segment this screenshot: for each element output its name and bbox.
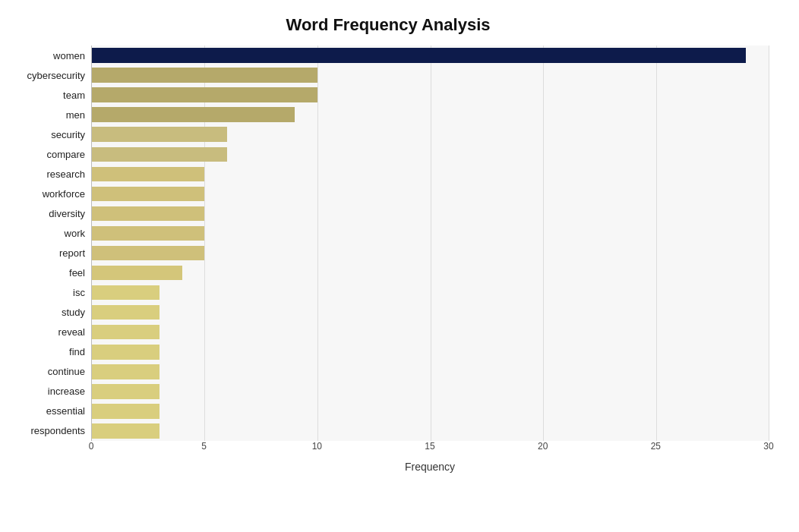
x-axis-label: Frequency	[91, 461, 769, 473]
bar-row-study	[92, 303, 769, 323]
x-tick-15: 15	[425, 441, 434, 452]
bar-work	[92, 226, 204, 241]
bar-row-men	[92, 105, 769, 124]
y-label-compare: compare	[46, 150, 85, 159]
y-label-continue: continue	[48, 367, 85, 376]
bar-row-work	[92, 223, 769, 243]
bar-row-respondents	[92, 421, 769, 441]
bar-feel	[92, 266, 182, 281]
x-tick-0: 0	[89, 441, 94, 452]
bar-row-team	[92, 85, 769, 105]
bar-security	[92, 127, 227, 142]
bar-row-compare	[92, 144, 769, 164]
bar-row-workforce	[92, 184, 769, 203]
y-label-report: report	[59, 248, 85, 258]
bar-study	[92, 305, 159, 320]
bar-row-report	[92, 244, 769, 263]
x-axis-area: 051015202530 Frequency	[91, 441, 769, 479]
y-label-security: security	[51, 130, 85, 140]
bar-row-increase	[92, 382, 769, 401]
bar-essential	[92, 404, 159, 419]
y-label-reveal: reveal	[58, 327, 85, 337]
x-tick-10: 10	[312, 441, 322, 452]
y-axis-labels: womencybersecurityteammensecuritycompare…	[8, 46, 91, 441]
bar-row-find	[92, 342, 769, 362]
y-label-workforce: workforce	[43, 189, 85, 199]
y-label-team: team	[63, 90, 85, 100]
y-label-diversity: diversity	[49, 209, 85, 219]
bar-cybersecurity	[92, 68, 317, 83]
bar-workforce	[92, 187, 204, 202]
bar-row-diversity	[92, 203, 769, 223]
bar-report	[92, 246, 204, 261]
bar-increase	[92, 384, 159, 399]
bar-women	[92, 48, 746, 63]
y-label-feel: feel	[69, 268, 85, 278]
y-label-cybersecurity: cybersecurity	[27, 71, 85, 80]
bar-row-reveal	[92, 323, 769, 342]
chart-container: Word Frequency Analysis womencybersecuri…	[0, 0, 799, 532]
x-tick-30: 30	[763, 441, 773, 452]
bar-row-continue	[92, 362, 769, 382]
bar-reveal	[92, 325, 159, 340]
bar-row-security	[92, 124, 769, 144]
bar-diversity	[92, 206, 204, 222]
bar-row-women	[92, 46, 769, 65]
bar-row-research	[92, 164, 769, 184]
bar-respondents	[92, 423, 159, 439]
bar-row-feel	[92, 263, 769, 283]
y-label-increase: increase	[48, 386, 85, 396]
bar-row-cybersecurity	[92, 65, 769, 85]
bar-find	[92, 345, 159, 360]
y-label-men: men	[66, 110, 85, 120]
y-label-work: work	[65, 228, 85, 238]
y-label-find: find	[69, 347, 85, 357]
chart-title: Word Frequency Analysis	[8, 15, 769, 35]
x-ticks: 051015202530	[91, 441, 769, 459]
bar-isc	[92, 285, 159, 301]
bar-men	[92, 107, 295, 122]
grid-line-30	[769, 46, 769, 441]
bars-area	[91, 46, 769, 441]
bar-row-isc	[92, 283, 769, 303]
bar-team	[92, 87, 317, 102]
y-label-women: women	[53, 51, 85, 61]
x-tick-25: 25	[651, 441, 661, 452]
bar-compare	[92, 147, 227, 162]
bar-continue	[92, 364, 159, 379]
bar-research	[92, 167, 204, 182]
y-label-essential: essential	[46, 406, 85, 416]
x-tick-20: 20	[538, 441, 548, 452]
y-label-isc: isc	[73, 288, 85, 297]
y-label-respondents: respondents	[30, 426, 85, 436]
y-label-research: research	[46, 169, 85, 179]
y-label-study: study	[62, 307, 85, 317]
bar-row-essential	[92, 401, 769, 421]
x-tick-5: 5	[201, 441, 207, 452]
